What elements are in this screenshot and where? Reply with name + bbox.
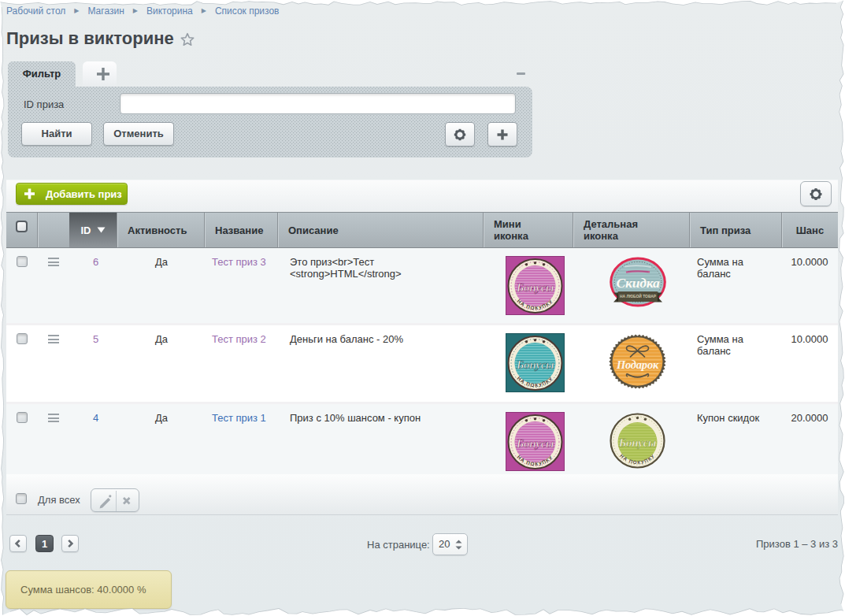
svg-text:Бонусы: Бонусы — [618, 436, 656, 449]
svg-text:Подарок: Подарок — [616, 358, 659, 371]
svg-text:НА ЛЮБОЙ ТОВАР: НА ЛЮБОЙ ТОВАР — [620, 293, 657, 299]
svg-text:Бонусы: Бонусы — [516, 281, 554, 294]
svg-text:Скидка: Скидка — [616, 275, 659, 291]
svg-text:Бонусы: Бонусы — [516, 358, 554, 371]
svg-text:Добавить приз: Добавить приз — [46, 188, 122, 200]
svg-text:Бонусы: Бонусы — [516, 437, 554, 450]
